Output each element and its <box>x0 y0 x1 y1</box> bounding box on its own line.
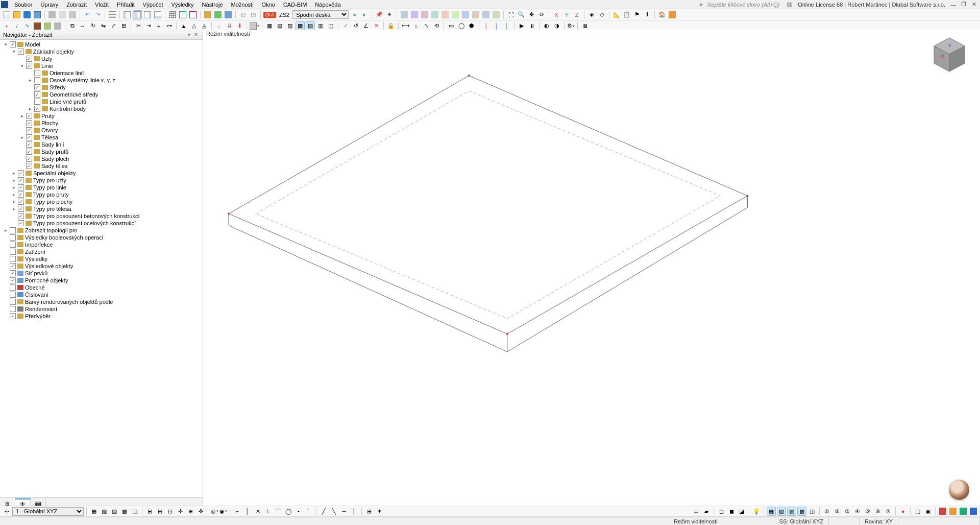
view-5-icon[interactable]: ◫ <box>807 507 817 516</box>
axis-z-icon[interactable]: Z <box>572 10 581 19</box>
settings-dropdown[interactable]: ⚙▾ <box>567 22 575 29</box>
num-5-icon[interactable]: ⑤ <box>863 507 872 516</box>
pan-icon[interactable]: ✥ <box>527 10 536 19</box>
snap-icon[interactable] <box>178 10 187 19</box>
tree-checkbox[interactable] <box>26 120 32 126</box>
navigator-close-icon[interactable]: ✕ <box>192 32 200 37</box>
menu-vysledky[interactable]: Výsledky <box>167 1 198 8</box>
tool-h-icon[interactable] <box>471 10 480 19</box>
support-a-icon[interactable]: ▲ <box>179 21 188 31</box>
tree-checkbox[interactable] <box>10 227 16 233</box>
menu-zobrazit[interactable]: Zobrazit <box>62 1 91 8</box>
member-icon[interactable] <box>33 21 42 31</box>
workplane-1-icon[interactable]: ▦ <box>89 507 99 516</box>
menu-napoveda[interactable]: Nápověda <box>311 1 345 8</box>
guide-a-icon[interactable]: ╱ <box>319 507 328 516</box>
res-a-icon[interactable]: │ <box>482 21 491 31</box>
filter-a-icon[interactable]: ▢ <box>913 507 922 516</box>
vis-f-icon[interactable]: ▥ <box>316 21 325 31</box>
menu-vlozit[interactable]: Vložit <box>91 1 113 8</box>
dim-d-icon[interactable]: ⟲ <box>432 21 441 31</box>
tree-node[interactable]: Výsledkové objekty <box>0 262 203 270</box>
panel-left-icon[interactable] <box>122 10 132 19</box>
tree-checkbox[interactable] <box>10 306 16 312</box>
tree-checkbox[interactable] <box>10 270 16 276</box>
tree-checkbox[interactable] <box>26 113 32 119</box>
tree-checkbox[interactable] <box>10 299 16 305</box>
load-line-icon[interactable]: ⇊ <box>225 21 234 31</box>
tree-expander-icon[interactable]: ▸ <box>11 206 17 211</box>
tree-checkbox[interactable] <box>26 156 32 162</box>
cube-right-icon[interactable]: ◳ <box>249 10 258 19</box>
num-7-icon[interactable]: ⑦ <box>884 507 893 516</box>
layer-icon[interactable]: ≣ <box>580 21 590 31</box>
rec-red-icon[interactable]: ● <box>898 507 908 516</box>
tree-checkbox[interactable] <box>18 206 24 212</box>
tree-checkbox[interactable] <box>26 134 32 140</box>
tree-node[interactable]: Výsledky <box>0 255 203 262</box>
menu-soubor[interactable]: Soubor <box>10 1 36 8</box>
tree-checkbox[interactable] <box>26 127 32 133</box>
new-icon[interactable] <box>2 10 11 19</box>
tree-node[interactable]: ▸Tělesa <box>0 134 203 141</box>
show-c-icon[interactable]: ◪ <box>737 507 746 516</box>
array-icon[interactable]: ⊞ <box>119 21 128 31</box>
viewport[interactable]: Režim viditelnosti ✕ ✓ z <box>203 30 980 509</box>
mirror-icon[interactable]: ⇋ <box>99 21 108 31</box>
calc-icon[interactable] <box>203 10 212 19</box>
info-icon[interactable]: ℹ <box>643 10 652 19</box>
tool-d-icon[interactable] <box>430 10 439 19</box>
tree-checkbox[interactable] <box>34 91 40 98</box>
open-dlubal-icon[interactable] <box>22 10 32 19</box>
snap-dropdown-2[interactable]: ◉▾ <box>219 508 227 515</box>
angle-icon[interactable]: ∠ <box>361 21 371 31</box>
tree-node[interactable]: Zatížení <box>0 248 203 255</box>
chart-icon[interactable] <box>213 10 223 19</box>
tree-node[interactable]: Předvýběr <box>0 313 203 320</box>
panel-toggle-icon[interactable]: ▥ <box>783 1 795 8</box>
printer-icon[interactable] <box>68 10 77 19</box>
tree-checkbox[interactable] <box>18 49 24 55</box>
tree-checkbox[interactable] <box>10 41 16 47</box>
tree-expander-icon[interactable]: ▸ <box>11 171 17 176</box>
tree-node[interactable]: Obecné <box>0 284 203 291</box>
tree-expander-icon[interactable]: ▾ <box>19 63 25 68</box>
window-minimize-icon[interactable]: — <box>948 2 959 8</box>
osnap-cen-icon[interactable]: ◯ <box>284 507 293 516</box>
vis-a-icon[interactable]: ▦ <box>265 21 274 31</box>
menu-upravy[interactable]: Úpravy <box>36 1 62 8</box>
sel-c-icon[interactable]: ⬟ <box>467 21 476 31</box>
print-icon[interactable] <box>47 10 57 19</box>
tree-node[interactable]: Číslování <box>0 291 203 298</box>
redo-icon[interactable]: ↷ <box>93 10 102 19</box>
tree-expander-icon[interactable]: ▾ <box>3 42 9 47</box>
tree-node[interactable]: Sady ploch <box>0 155 203 162</box>
tree-node[interactable]: ▸Typy pro uzly <box>0 177 203 184</box>
tree-node[interactable]: Typy pro posouzení betonových konstrukcí <box>0 212 203 220</box>
tree-node[interactable]: ▸Speciální objekty <box>0 170 203 177</box>
tree-expander-icon[interactable]: ▸ <box>28 78 33 83</box>
workplane-3-icon[interactable]: ▨ <box>110 507 119 516</box>
tree-checkbox[interactable] <box>10 284 16 291</box>
tree-checkbox[interactable] <box>18 192 24 198</box>
tree-checkbox[interactable] <box>26 163 32 169</box>
panel-right-icon[interactable] <box>143 10 152 19</box>
tree-node[interactable]: ▸Zobrazit topologii pro <box>0 227 203 234</box>
tool-g-icon[interactable] <box>461 10 470 19</box>
tool-f-icon[interactable] <box>451 10 460 19</box>
tree-node[interactable]: ▸Osové systémy linie x, y, z <box>0 77 203 84</box>
tree-node[interactable]: Linie vně prutů <box>0 98 203 105</box>
copy-icon[interactable]: ⧉ <box>68 21 77 31</box>
vis-d-icon[interactable]: ▩ <box>296 21 305 31</box>
tool-i-icon[interactable] <box>481 10 491 19</box>
osnap-perp-icon[interactable]: ⊥ <box>263 507 273 516</box>
menu-moznosti[interactable]: Možnosti <box>227 1 258 8</box>
support-b-icon[interactable]: △ <box>189 21 199 31</box>
tool-c-icon[interactable] <box>420 10 429 19</box>
navigator-float-icon[interactable]: ▾ <box>185 32 192 37</box>
tree-checkbox[interactable] <box>10 263 16 269</box>
render-shaded-icon[interactable]: ▰ <box>702 507 711 516</box>
sect-icon[interactable]: ◑ <box>552 21 561 31</box>
clip-icon[interactable]: ◐ <box>542 21 551 31</box>
divide-icon[interactable]: ÷ <box>154 21 163 31</box>
